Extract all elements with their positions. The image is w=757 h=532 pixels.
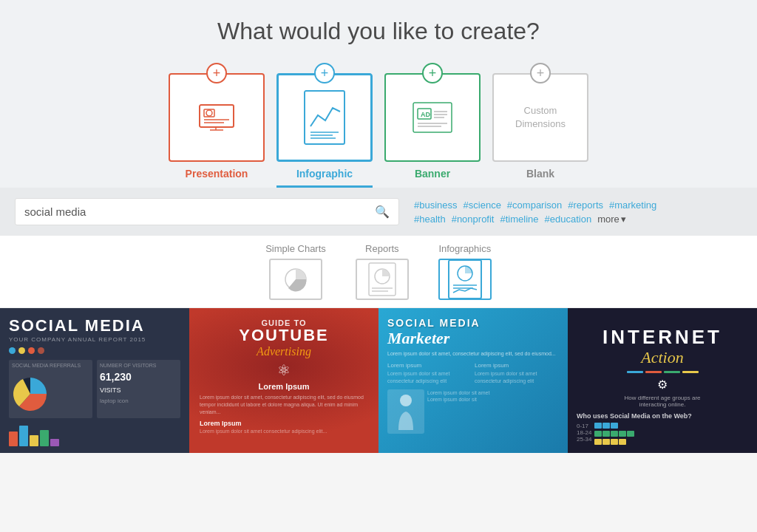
result-subtitle-marketer: Marketer	[387, 329, 559, 348]
result-card-youtube[interactable]: GUIDE TO YOUTUBE Advertising ⚛ Lorem Ips…	[189, 308, 378, 453]
lorem-ipsum-body: Lorem ipsum dolor sit amet, consectetur …	[200, 394, 368, 415]
result-title-marketer: SOCIAL MEDIA	[387, 317, 559, 329]
plus-icon-presentation: +	[206, 63, 227, 83]
result-card-social-media[interactable]: SOCIAL MEDIA YOUR COMPANY ANNUAL REPORT …	[0, 308, 189, 453]
tag-marketing[interactable]: #marketing	[609, 200, 656, 211]
search-input[interactable]	[24, 205, 375, 218]
search-section: 🔍 #business #science #comparison #report…	[0, 188, 757, 236]
gear-icon: ⚙	[577, 378, 748, 392]
svg-text:AD: AD	[421, 111, 430, 118]
card-box-infographic	[276, 73, 373, 162]
template-types-row: + Presentation +	[0, 63, 757, 188]
template-card-blank[interactable]: + CustomDimensions Blank	[492, 63, 588, 188]
filter-label-simple-charts: Simple Charts	[265, 243, 326, 254]
lorem-ipsum-heading: Lorem Ipsum	[200, 382, 368, 391]
template-card-presentation[interactable]: + Presentation	[169, 63, 265, 188]
person-icon	[395, 393, 417, 430]
template-label-blank: Blank	[526, 168, 554, 180]
top-section: What would you like to create? +	[0, 0, 757, 188]
who-uses-heading: Who uses Social Media on the Web?	[577, 412, 748, 420]
result-card-internet[interactable]: INTERNET Action ⚙ How different age grou…	[568, 308, 757, 453]
svg-rect-0	[200, 105, 234, 127]
internet-tagline: How different age groups areinteracting …	[577, 395, 748, 408]
result-subtitle-youtube: Advertising	[200, 345, 368, 358]
simple-charts-icon	[281, 266, 310, 293]
marketer-lorem: Lorem ipsum dolor sit amet, consectetur …	[387, 351, 559, 356]
filter-infographics[interactable]: Infographics	[438, 243, 492, 300]
result-subtitle-social-media: YOUR COMPANY ANNUAL REPORT 2015	[9, 336, 180, 343]
tag-health[interactable]: #health	[414, 214, 446, 225]
tags-row-2: #health #nonprofit #timeline #education …	[414, 214, 742, 225]
tag-education[interactable]: #education	[545, 214, 592, 225]
lorem-small: Lorem ipsum dolor sit amet consectetur a…	[200, 429, 368, 434]
tag-science[interactable]: #science	[464, 200, 501, 211]
result-title-internet: INTERNET	[577, 326, 748, 349]
tag-comparison[interactable]: #comparison	[507, 200, 562, 211]
page-title: What would you like to create?	[0, 18, 757, 45]
template-label-infographic: Infographic	[296, 168, 353, 180]
result-subtitle-internet: Action	[577, 349, 748, 366]
tags-area: #business #science #comparison #reports …	[414, 200, 742, 225]
search-box[interactable]: 🔍	[15, 198, 399, 225]
search-icon[interactable]: 🔍	[375, 205, 390, 219]
svg-rect-7	[305, 91, 344, 144]
plus-icon-infographic: +	[314, 63, 335, 83]
filter-reports[interactable]: Reports	[356, 243, 409, 300]
result-title-youtube: YOUTUBE	[200, 327, 368, 344]
marketer-text-1: Lorem ipsum dolor sit amet consectetur a…	[387, 370, 472, 385]
presentation-icon	[198, 103, 235, 132]
card-box-blank: CustomDimensions	[492, 73, 588, 162]
filter-simple-charts[interactable]: Simple Charts	[265, 243, 326, 300]
filter-label-reports: Reports	[365, 243, 399, 254]
marketer-text-2: Lorem ipsum dolor sit amet consectetur a…	[475, 370, 559, 385]
result-title-social-media: SOCIAL MEDIA	[9, 317, 180, 335]
age-ranges: 0-17 18-24 25-34	[577, 423, 591, 445]
card-box-presentation	[169, 73, 265, 162]
filter-label-infographics: Infographics	[438, 243, 491, 254]
filter-thumb-simple-charts	[269, 259, 322, 300]
tag-nonprofit[interactable]: #nonprofit	[452, 214, 495, 225]
plus-icon-banner: +	[422, 63, 443, 83]
results-section: SOCIAL MEDIA YOUR COMPANY ANNUAL REPORT …	[0, 308, 757, 453]
marketer-lorem-extra: Lorem ipsum dolor sit ametLorem ipsum do…	[427, 389, 559, 403]
plus-icon-blank: +	[530, 63, 551, 83]
more-tags-button[interactable]: more ▾	[597, 214, 626, 225]
reports-icon	[366, 262, 398, 297]
svg-point-2	[206, 110, 212, 116]
banner-icon: AD	[412, 101, 453, 134]
tag-business[interactable]: #business	[414, 200, 458, 211]
template-label-presentation: Presentation	[186, 168, 248, 180]
template-card-banner[interactable]: + AD Banner	[384, 63, 481, 188]
tag-reports[interactable]: #reports	[568, 200, 603, 211]
custom-dimensions-text: CustomDimensions	[515, 104, 566, 131]
svg-point-29	[400, 395, 412, 406]
card-box-banner: AD	[384, 73, 481, 162]
marketer-col-1: Lorem ipsum	[387, 362, 472, 369]
infographics-filter-icon	[447, 259, 483, 300]
marketer-col-2: Lorem ipsum	[475, 362, 559, 369]
filter-thumb-reports	[356, 259, 409, 300]
tag-timeline[interactable]: #timeline	[500, 214, 538, 225]
active-indicator	[276, 185, 373, 188]
result-card-marketer[interactable]: SOCIAL MEDIA Marketer Lorem ipsum dolor …	[378, 308, 568, 453]
lorem-ipsum-footer: Lorem Ipsum	[200, 420, 368, 427]
filter-thumb-infographics	[438, 259, 492, 300]
atom-icon: ⚛	[200, 361, 368, 379]
svg-rect-11	[413, 103, 452, 132]
tags-row-1: #business #science #comparison #reports …	[414, 200, 742, 211]
template-label-banner: Banner	[415, 168, 450, 180]
template-card-infographic[interactable]: + Infographic	[276, 63, 373, 188]
filter-section: Simple Charts Reports Infographics	[0, 236, 757, 308]
infographic-icon	[303, 89, 346, 146]
